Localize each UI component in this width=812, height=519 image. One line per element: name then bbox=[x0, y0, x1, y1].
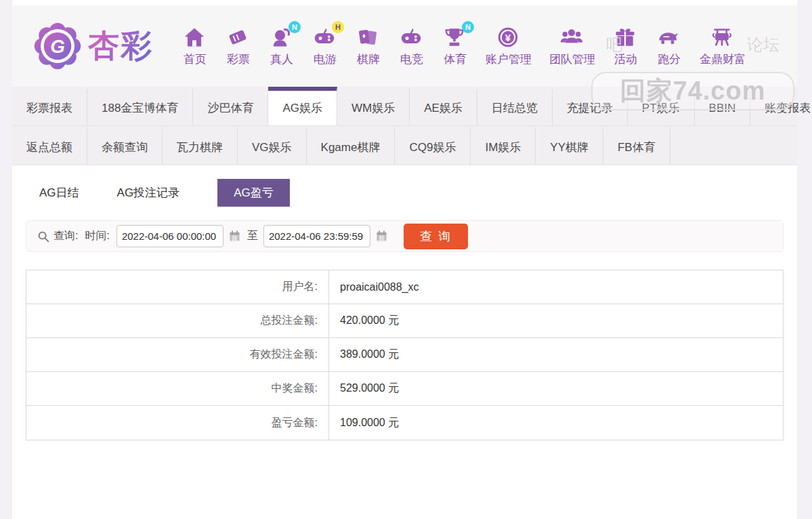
report-tab[interactable]: Kgame棋牌 bbox=[307, 126, 396, 165]
row-label: 中奖金额: bbox=[26, 372, 329, 405]
row-value: 420.0000 元 bbox=[329, 304, 783, 337]
gift-icon bbox=[613, 25, 637, 49]
row-value: 389.0000 元 bbox=[329, 338, 783, 371]
nav-item[interactable]: 彩票 bbox=[226, 25, 251, 67]
calendar-icon[interactable] bbox=[228, 229, 242, 243]
report-tab[interactable]: IM娱乐 bbox=[471, 126, 536, 165]
ag-subtab-label: AG投注记录 bbox=[117, 186, 180, 199]
ag-subtab[interactable]: AG盈亏 bbox=[217, 179, 290, 207]
tab-row-1: 彩票报表 188金宝博体育 沙巴体育 AG娱乐 WM娱乐 bbox=[12, 87, 797, 125]
report-tab[interactable]: 沙巴体育 bbox=[193, 87, 268, 125]
date-to-input[interactable] bbox=[263, 225, 370, 247]
report-tab[interactable]: WM娱乐 bbox=[337, 87, 410, 125]
nav-item[interactable]: 棋牌 bbox=[356, 25, 381, 67]
coin-yen-icon: ¥ bbox=[496, 25, 520, 49]
report-tab[interactable]: BBIN bbox=[695, 87, 751, 125]
ag-subtab[interactable]: AG日结 bbox=[39, 179, 79, 207]
ticket-icon bbox=[226, 25, 250, 49]
report-tabbar: 彩票报表 188金宝博体育 沙巴体育 AG娱乐 WM娱乐 bbox=[12, 87, 797, 165]
query-label: 查询: bbox=[54, 229, 78, 243]
report-tab-label: 充提记录 bbox=[567, 100, 613, 116]
report-tab[interactable]: 彩票报表 bbox=[12, 87, 87, 125]
row-value: 529.0000 元 bbox=[329, 372, 783, 405]
report-tab[interactable]: 账变报表 bbox=[750, 87, 812, 125]
report-tab-label: 余额查询 bbox=[102, 140, 148, 155]
row-label: 用户名: bbox=[26, 270, 329, 304]
nav-item-label: 金鼎财富 bbox=[700, 51, 746, 67]
report-tab-label: 沙巴体育 bbox=[207, 100, 253, 116]
primary-nav: 首页 彩票 N bbox=[173, 25, 754, 67]
nav-item-label: 首页 bbox=[184, 51, 207, 67]
report-tab[interactable]: 瓦力棋牌 bbox=[163, 126, 238, 165]
calendar-icon[interactable] bbox=[375, 229, 389, 243]
report-tab-label: 账变报表 bbox=[765, 100, 811, 116]
nav-item-label: 账户管理 bbox=[486, 51, 532, 67]
query-bar: 查询: 时间: 至 查 询 bbox=[26, 220, 784, 252]
ag-subtabs: AG日结 AG投注记录 AG盈亏 bbox=[12, 165, 797, 215]
nav-item-label: 电竞 bbox=[400, 51, 423, 67]
svg-text:¥: ¥ bbox=[505, 32, 511, 43]
brand-name: 杏彩 bbox=[88, 25, 153, 67]
cards-icon bbox=[356, 25, 380, 49]
table-row: 用户名: proaicai0088_xc bbox=[26, 270, 783, 304]
report-tab[interactable]: 充提记录 bbox=[553, 87, 628, 125]
nav-item[interactable]: ¥ 账户管理 bbox=[486, 25, 532, 67]
row-value: 109.0000 元 bbox=[329, 406, 783, 440]
nav-item[interactable]: N 真人 bbox=[269, 25, 295, 67]
report-tab[interactable]: CQ9娱乐 bbox=[395, 126, 471, 165]
nav-item-label: 跑分 bbox=[658, 51, 681, 67]
nav-item-label: 电游 bbox=[314, 51, 337, 67]
nav-item[interactable]: 金鼎财富 bbox=[700, 25, 746, 67]
report-tab-label: 188金宝博体育 bbox=[102, 100, 178, 116]
row-label: 有效投注金额: bbox=[26, 338, 329, 371]
nav-item-label: 棋牌 bbox=[357, 51, 380, 67]
report-tab[interactable]: 返点总额 bbox=[12, 126, 87, 165]
report-tab[interactable]: PT娱乐 bbox=[628, 87, 695, 125]
nav-item[interactable]: 首页 bbox=[182, 25, 208, 67]
nav-item-label: 体育 bbox=[444, 51, 467, 67]
nav-badge: N bbox=[289, 21, 301, 33]
tab-row-2: 返点总额 余额查询 瓦力棋牌 VG娱乐 Kgame棋牌 bbox=[12, 125, 797, 165]
tripod-icon bbox=[710, 25, 734, 49]
report-tab-label: 彩票报表 bbox=[26, 100, 72, 116]
ag-subtab-label: AG日结 bbox=[39, 186, 79, 199]
report-tab[interactable]: YY棋牌 bbox=[536, 126, 603, 165]
report-tab-label: IM娱乐 bbox=[485, 140, 521, 155]
home-icon bbox=[182, 25, 207, 49]
profit-summary-table: 用户名: proaicai0088_xc 总投注金额: 420.0000 元 有… bbox=[26, 270, 784, 440]
header: G 杏彩 首页 bbox=[12, 5, 797, 87]
rhino-icon bbox=[656, 25, 681, 49]
report-tab[interactable]: FB体育 bbox=[603, 126, 670, 165]
nav-item[interactable]: 电竞 bbox=[399, 25, 425, 67]
report-tab[interactable]: 日结总览 bbox=[477, 87, 553, 125]
report-tab-label: 日结总览 bbox=[492, 100, 538, 116]
table-row: 盈亏金额: 109.0000 元 bbox=[26, 406, 783, 440]
report-tab-label: WM娱乐 bbox=[351, 100, 395, 116]
report-tab-label: BBIN bbox=[709, 102, 736, 115]
page: G 杏彩 首页 bbox=[0, 0, 812, 519]
nav-item[interactable]: 活动 bbox=[613, 25, 639, 67]
brand-logo[interactable]: G 杏彩 bbox=[33, 21, 153, 71]
report-tab[interactable]: AG娱乐 bbox=[268, 87, 337, 125]
query-button[interactable]: 查 询 bbox=[404, 224, 468, 249]
nav-item-label: 彩票 bbox=[227, 51, 250, 67]
nav-badge: N bbox=[462, 21, 474, 33]
esports-gamepad-icon bbox=[399, 25, 423, 49]
report-tab[interactable]: 余额查询 bbox=[87, 126, 163, 165]
report-tab[interactable]: AE娱乐 bbox=[410, 87, 477, 125]
nav-item[interactable]: 跑分 bbox=[656, 25, 682, 67]
nav-item[interactable]: N 体育 bbox=[442, 25, 468, 67]
nav-item[interactable]: H 电游 bbox=[312, 25, 338, 67]
ag-subtab[interactable]: AG投注记录 bbox=[117, 179, 180, 207]
date-from-input[interactable] bbox=[116, 225, 223, 247]
row-label: 总投注金额: bbox=[26, 304, 329, 337]
report-tab-label: FB体育 bbox=[618, 140, 656, 155]
ag-subtab-label: AG盈亏 bbox=[234, 186, 274, 199]
to-label: 至 bbox=[247, 229, 258, 243]
svg-text:G: G bbox=[50, 36, 65, 57]
report-tab-label: Kgame棋牌 bbox=[321, 140, 381, 155]
report-tab[interactable]: 188金宝博体育 bbox=[87, 87, 193, 125]
report-tab-label: AE娱乐 bbox=[424, 100, 463, 116]
nav-item[interactable]: 团队管理 bbox=[549, 25, 595, 67]
report-tab[interactable]: VG娱乐 bbox=[238, 126, 307, 165]
